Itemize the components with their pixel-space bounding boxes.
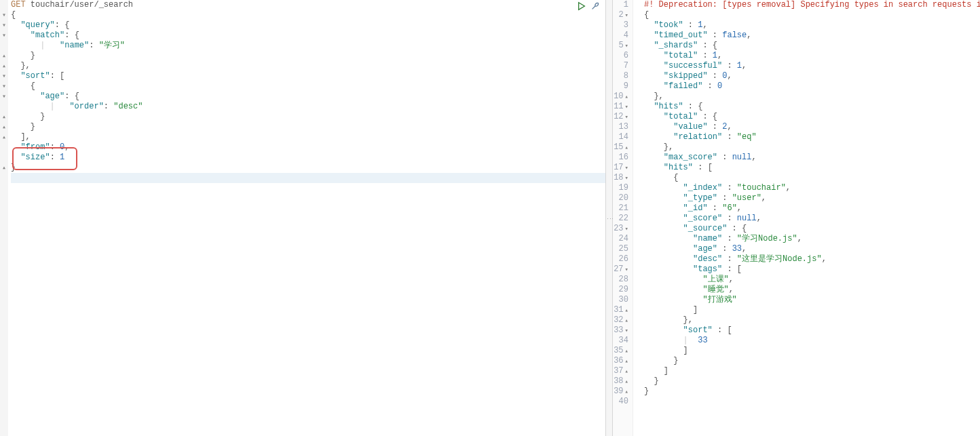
code-line[interactable]: | "order": "desc": [11, 102, 605, 112]
code-line[interactable]: [11, 173, 605, 183]
code-line[interactable]: "failed" : 0: [644, 81, 980, 92]
code-line[interactable]: "from": 0,: [11, 142, 605, 153]
fold-marker[interactable]: ▴: [0, 51, 8, 61]
code-line[interactable]: {: [644, 10, 980, 20]
code-line[interactable]: "tags" : [: [644, 264, 980, 275]
code-line[interactable]: "age": {: [11, 92, 605, 102]
fold-marker[interactable]: ▴: [0, 122, 8, 132]
code-line[interactable]: "timed_out" : false,: [644, 31, 980, 41]
line-number: 36▴: [613, 356, 628, 366]
code-line[interactable]: ]: [644, 305, 980, 315]
code-line[interactable]: "match": {: [11, 31, 605, 41]
code-line[interactable]: },: [644, 142, 980, 153]
fold-marker[interactable]: ▾: [0, 10, 8, 20]
fold-marker[interactable]: ▴: [0, 163, 8, 173]
fold-marker[interactable]: ▴: [0, 132, 8, 142]
code-line[interactable]: },: [644, 92, 980, 102]
request-editor[interactable]: GET touchair/user/_search{ "query": { "m…: [8, 0, 605, 436]
code-line[interactable]: }: [11, 112, 605, 122]
code-line[interactable]: "hits" : {: [644, 102, 980, 112]
line-number: 5▾: [613, 41, 628, 51]
fold-marker[interactable]: ▾: [0, 81, 8, 92]
fold-marker[interactable]: ▴: [0, 112, 8, 122]
code-line[interactable]: "total" : {: [644, 112, 980, 122]
line-number: 38▴: [613, 376, 628, 387]
fold-gutter-left: ▾▾▾▴▴▾▾▾▴▴▴▴: [0, 0, 8, 436]
code-line[interactable]: }: [11, 163, 605, 173]
code-line[interactable]: [644, 397, 980, 407]
line-number: 23▾: [613, 224, 628, 234]
code-line[interactable]: },: [644, 315, 980, 325]
line-number: 6: [613, 51, 628, 61]
code-line[interactable]: "sort": [: [11, 71, 605, 81]
code-line[interactable]: "_type" : "user",: [644, 193, 980, 203]
code-line[interactable]: "age" : 33,: [644, 244, 980, 254]
line-number: 33▾: [613, 325, 628, 336]
code-line[interactable]: "relation" : "eq": [644, 132, 980, 142]
panel-divider[interactable]: ⋮: [606, 0, 613, 436]
line-number: 7: [613, 61, 628, 71]
code-line[interactable]: "_index" : "touchair",: [644, 183, 980, 193]
code-line[interactable]: GET touchair/user/_search: [11, 0, 605, 10]
run-icon[interactable]: [577, 1, 586, 11]
code-line[interactable]: "name" : "学习Node.js",: [644, 234, 980, 244]
fold-marker: [0, 41, 8, 51]
code-line[interactable]: "sort" : [: [644, 325, 980, 336]
code-line[interactable]: "上课",: [644, 275, 980, 285]
line-number: 3: [613, 20, 628, 31]
code-line[interactable]: "max_score" : null,: [644, 153, 980, 163]
line-number: 27▾: [613, 264, 628, 275]
code-line[interactable]: },: [11, 61, 605, 71]
line-number: 4: [613, 31, 628, 41]
code-line[interactable]: "query": {: [11, 20, 605, 31]
code-line[interactable]: "value" : 2,: [644, 122, 980, 132]
fold-marker: [0, 142, 8, 153]
fold-marker[interactable]: ▴: [0, 61, 8, 71]
fold-marker: [0, 173, 8, 183]
line-number: 34: [613, 336, 628, 346]
code-line[interactable]: "打游戏": [644, 295, 980, 305]
code-line[interactable]: "size": 1: [11, 153, 605, 163]
code-line[interactable]: "desc" : "这里是学习Node.js",: [644, 254, 980, 264]
code-line[interactable]: | 33: [644, 336, 980, 346]
code-line[interactable]: "took" : 1,: [644, 20, 980, 31]
request-actions: [577, 1, 600, 11]
line-number: 16: [613, 153, 628, 163]
code-line[interactable]: {: [11, 81, 605, 92]
line-number: 40: [613, 397, 628, 407]
code-line[interactable]: "total" : 1,: [644, 51, 980, 61]
line-number: 2▾: [613, 10, 628, 20]
code-line[interactable]: "skipped" : 0,: [644, 71, 980, 81]
code-line[interactable]: }: [644, 387, 980, 397]
code-line[interactable]: }: [644, 356, 980, 366]
fold-marker[interactable]: ▾: [0, 20, 8, 31]
line-number: 20: [613, 193, 628, 203]
code-line[interactable]: "睡觉",: [644, 285, 980, 295]
response-viewer[interactable]: #! Deprecation: [types removal] Specifyi…: [641, 0, 980, 436]
line-number: 13: [613, 122, 628, 132]
code-line[interactable]: "successful" : 1,: [644, 61, 980, 71]
code-line[interactable]: }: [11, 122, 605, 132]
fold-marker[interactable]: ▾: [0, 71, 8, 81]
code-line[interactable]: "_shards" : {: [644, 41, 980, 51]
code-line[interactable]: {: [644, 173, 980, 183]
fold-marker[interactable]: ▾: [0, 92, 8, 102]
code-line[interactable]: "_id" : "6",: [644, 203, 980, 214]
code-line[interactable]: ]: [644, 366, 980, 376]
line-number: 37▴: [613, 366, 628, 376]
code-line[interactable]: "hits" : [: [644, 163, 980, 173]
wrench-icon[interactable]: [590, 1, 600, 11]
code-line[interactable]: #! Deprecation: [types removal] Specifyi…: [644, 0, 980, 10]
line-numbers-right: 12▾345▾678910▴11▾12▾131415▴1617▾18▾19202…: [613, 0, 633, 436]
code-line[interactable]: ]: [644, 346, 980, 356]
code-line[interactable]: ],: [11, 132, 605, 142]
code-line[interactable]: }: [644, 376, 980, 387]
code-line[interactable]: }: [11, 51, 605, 61]
fold-marker: [0, 153, 8, 163]
line-number: 31▴: [613, 305, 628, 315]
code-line[interactable]: | "name": "学习": [11, 41, 605, 51]
code-line[interactable]: {: [11, 10, 605, 20]
code-line[interactable]: "_source" : {: [644, 224, 980, 234]
fold-marker[interactable]: ▾: [0, 31, 8, 41]
code-line[interactable]: "_score" : null,: [644, 214, 980, 224]
